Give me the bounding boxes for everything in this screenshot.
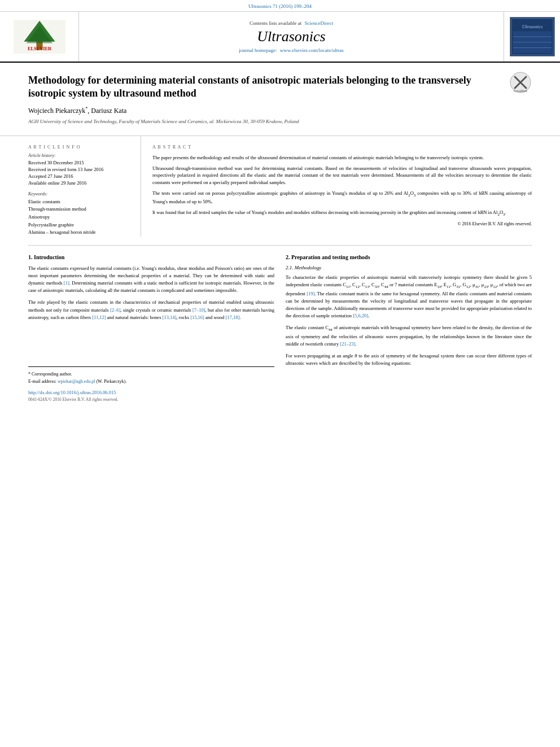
article-info-column: A R T I C L E I N F O Article history: R… — [28, 136, 141, 237]
article-authors: Wojciech Piekarczyk*, Dariusz Kata — [28, 106, 532, 115]
contents-text: Contents lists available at — [250, 20, 301, 26]
article-header: CrossMark Methodology for determining ma… — [0, 63, 560, 136]
section-divider-1 — [28, 245, 532, 246]
keyword-2: Through-transmission method — [28, 206, 132, 213]
accepted-date: Accepted 27 June 2016 — [28, 173, 132, 179]
keywords-list: Elastic constants Through-transmission m… — [28, 198, 132, 237]
journal-name: Ultrasonics — [257, 28, 325, 45]
prep-para-1: To characterize the elastic properties o… — [286, 274, 532, 320]
journal-header: ELSEVIER Contents lists available at Sci… — [0, 12, 560, 63]
keyword-5: Alumina – hexagonal boron nitride — [28, 229, 132, 237]
corresponding-author-note: * Corresponding author. — [28, 372, 274, 377]
ref-link-1[interactable]: [1] — [64, 280, 69, 286]
prep-section-title: Preparation and testing methods — [291, 254, 370, 260]
ref-link-15-16[interactable]: [15,16] — [190, 314, 204, 320]
intro-para-2: The role played by the elastic constants… — [28, 299, 274, 321]
abstract-copyright: © 2016 Elsevier B.V. All rights reserved… — [152, 221, 532, 228]
ref-link-11-12[interactable]: [11,12] — [92, 314, 106, 320]
journal-ref-text: Ultrasonics 71 (2016) 199–204 — [248, 3, 312, 9]
methodology-subtitle: 2.1. Methodology — [286, 265, 532, 270]
svg-text:CrossMark: CrossMark — [514, 89, 528, 93]
ref-link-21-23[interactable]: [21–23] — [340, 341, 355, 347]
journal-center-info: Contents lists available at ScienceDirec… — [79, 12, 504, 62]
footer-copyright: 0041-624X/© 2016 Elsevier B.V. All right… — [28, 397, 274, 402]
sciencedirect-link[interactable]: ScienceDirect — [305, 20, 333, 26]
homepage-line: journal homepage: www.elsevier.com/locat… — [239, 47, 343, 53]
email-link[interactable]: wpiekar@agh.edu.pl — [58, 379, 95, 384]
abstract-column: A B S T R A C T The paper presents the m… — [152, 136, 532, 237]
available-date: Available online 29 June 2016 — [28, 180, 132, 186]
keywords-label: Keywords: — [28, 191, 132, 196]
introduction-column: 1. Introduction The elastic constants ex… — [28, 254, 274, 402]
article-affiliation: AGH University of Science and Technology… — [28, 119, 532, 124]
journal-cover-image: Ultrasonics — [510, 17, 555, 56]
main-body: 1. Introduction The elastic constants ex… — [0, 254, 560, 402]
ref-link-2-6[interactable]: [2–6] — [110, 307, 120, 313]
author-names: Wojciech Piekarczyk*, Dariusz Kata — [28, 107, 126, 115]
elsevier-logo-image: ELSEVIER — [11, 20, 68, 54]
keyword-4: Polycrystalline graphite — [28, 221, 132, 229]
revised-date: Received in revised form 13 June 2016 — [28, 167, 132, 172]
keywords-section: Keywords: Elastic constants Through-tran… — [28, 191, 132, 237]
abstract-para-3: The tests were carried out on porous pol… — [152, 190, 532, 206]
article-title: Methodology for determining material con… — [28, 74, 532, 101]
ref-link-19[interactable]: [19] — [307, 291, 314, 296]
history-label: Article history: — [28, 153, 132, 158]
sub-section-title: Methodology — [295, 265, 322, 270]
journal-reference: Ultrasonics 71 (2016) 199–204 — [0, 0, 560, 12]
homepage-label: journal homepage: — [239, 47, 277, 53]
preparation-title: 2. Preparation and testing methods — [286, 254, 532, 260]
intro-section-title: Introduction — [34, 254, 64, 260]
prep-para-2: The elastic constant C44 of anisotropic … — [286, 324, 532, 348]
preparation-column: 2. Preparation and testing methods 2.1. … — [286, 254, 532, 402]
homepage-url[interactable]: www.elsevier.com/locate/ultras — [280, 47, 344, 53]
article-info-abstract: A R T I C L E I N F O Article history: R… — [0, 136, 560, 237]
email-footnote: E-mail address: wpiekar@agh.edu.pl (W. P… — [28, 379, 274, 384]
footnote-star: * Corresponding author. — [28, 372, 72, 377]
prep-section-number: 2. — [286, 254, 290, 260]
keyword-1: Elastic constants — [28, 198, 132, 206]
ref-link-17-18[interactable]: [17,18] — [226, 314, 240, 320]
intro-section-number: 1. — [28, 254, 33, 260]
abstract-para-1: The paper presents the methodology and r… — [152, 154, 532, 161]
ref-link-13-14[interactable]: [13,14] — [163, 314, 177, 320]
abstract-text: The paper presents the methodology and r… — [152, 154, 532, 228]
abstract-para-2: Ultrasound through-transmission method w… — [152, 165, 532, 186]
footnote-area: * Corresponding author. E-mail address: … — [28, 366, 274, 384]
introduction-title: 1. Introduction — [28, 254, 274, 260]
abstract-label: A B S T R A C T — [152, 145, 532, 150]
doi-link[interactable]: http://dx.doi.org/10.1016/j.ultras.2016.… — [28, 390, 274, 395]
email-suffix: (W. Piekarczyk). — [96, 379, 126, 384]
prep-para-3: For waves propagating at an angle θ to t… — [286, 352, 532, 367]
keyword-3: Anisotropy — [28, 213, 132, 221]
elsevier-logo: ELSEVIER — [0, 12, 79, 62]
ref-link-5-6-20[interactable]: [5,6,20] — [353, 313, 368, 318]
ref-link-7-10[interactable]: [7–10] — [193, 307, 205, 313]
intro-para-1: The elastic constants expressed by mater… — [28, 265, 274, 295]
journal-thumbnail: Ultrasonics — [504, 12, 560, 62]
crossmark-icon[interactable]: CrossMark — [509, 71, 532, 95]
sub-section-number: 2.1. — [286, 265, 294, 270]
doi-area: http://dx.doi.org/10.1016/j.ultras.2016.… — [28, 390, 274, 402]
svg-text:Ultrasonics: Ultrasonics — [522, 24, 542, 29]
received-date: Received 30 December 2015 — [28, 160, 132, 165]
abstract-para-4: It was found that for all tested samples… — [152, 209, 532, 217]
svg-text:ELSEVIER: ELSEVIER — [28, 46, 52, 51]
article-info-label: A R T I C L E I N F O — [28, 145, 132, 150]
contents-line: Contents lists available at ScienceDirec… — [250, 20, 333, 26]
email-label: E-mail address: — [28, 379, 56, 384]
